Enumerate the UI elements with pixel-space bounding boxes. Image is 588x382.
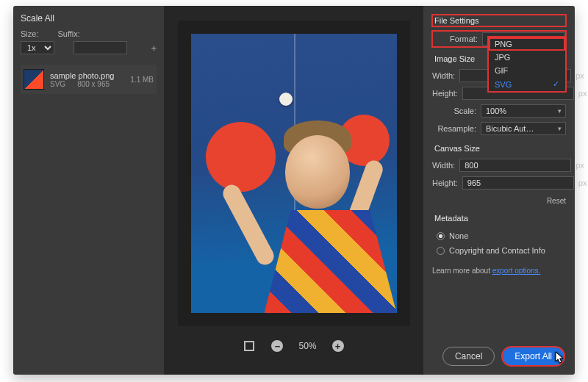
export-all-button[interactable]: Export All	[502, 347, 564, 366]
metadata-title: Metadata	[432, 212, 566, 224]
scale-select[interactable]: 100%	[481, 104, 566, 118]
scale-select[interactable]: 1x	[21, 41, 54, 54]
suffix-input[interactable]	[74, 41, 127, 54]
format-dropdown: PNG JPG GIF SVG✓	[488, 37, 566, 92]
resample-select[interactable]: Bicubic Aut…	[481, 122, 566, 135]
preview-panel: − 50% +	[164, 6, 423, 375]
canvas-height-label: Height:	[432, 179, 458, 187]
format-option-jpg[interactable]: JPG	[489, 51, 565, 64]
learn-more-text: Learn more about export options.	[432, 267, 566, 275]
radio-off-icon	[437, 247, 445, 255]
export-dialog: Scale All Size: Suffix: 1x + sample phot…	[13, 6, 575, 375]
file-settings-title: File Settings	[432, 15, 566, 26]
resample-label: Resample:	[432, 124, 476, 133]
file-thumbnail	[24, 69, 44, 90]
zoom-in-button[interactable]: +	[331, 339, 345, 353]
preview-box	[178, 21, 410, 326]
zoom-toolbar: − 50% +	[243, 339, 344, 353]
left-panel: Scale All Size: Suffix: 1x + sample phot…	[13, 6, 164, 375]
zoom-value: 50%	[298, 341, 316, 351]
export-options-link[interactable]: export options.	[492, 267, 541, 275]
file-size: 1.1 MB	[130, 76, 154, 84]
unit-px: px	[578, 89, 587, 98]
file-name: sample photo.png	[50, 71, 124, 80]
format-option-gif[interactable]: GIF	[489, 64, 565, 77]
width-label: Width:	[432, 71, 455, 80]
dialog-footer: Cancel Export All	[442, 347, 564, 366]
canvas-width-label: Width:	[432, 161, 455, 170]
preview-image	[191, 34, 397, 313]
check-icon: ✓	[553, 79, 559, 89]
canvas-width-input[interactable]	[459, 159, 571, 172]
add-scale-button[interactable]: +	[151, 43, 157, 54]
size-label: Size:	[21, 29, 38, 38]
format-option-svg[interactable]: SVG✓	[489, 77, 565, 91]
canvas-height-input[interactable]	[462, 176, 574, 190]
unit-px: px	[578, 179, 587, 187]
format-option-png[interactable]: PNG	[489, 37, 565, 51]
suffix-label: Suffix:	[57, 29, 79, 38]
height-label: Height:	[432, 89, 458, 98]
scale-all-title: Scale All	[21, 13, 157, 24]
file-dimensions: 800 x 965	[77, 80, 110, 88]
radio-on-icon	[437, 232, 445, 240]
metadata-none-radio[interactable]: None	[437, 231, 566, 240]
metadata-copyright-radio[interactable]: Copyright and Contact Info	[437, 246, 566, 255]
scale-label: Scale:	[432, 107, 476, 115]
cursor-icon	[555, 351, 565, 367]
unit-px: px	[576, 71, 584, 80]
cancel-button[interactable]: Cancel	[442, 347, 495, 366]
fit-screen-button[interactable]	[243, 339, 256, 353]
unit-px: px	[576, 161, 584, 170]
format-label: Format:	[434, 35, 478, 43]
right-panel: File Settings Format: SVG ▾ PNG JPG GIF …	[423, 6, 575, 375]
file-list-item[interactable]: sample photo.png SVG 800 x 965 1.1 MB	[21, 65, 157, 94]
file-format: SVG	[50, 80, 65, 88]
reset-link[interactable]: Reset	[432, 197, 566, 205]
canvas-size-title: Canvas Size	[432, 143, 566, 154]
zoom-out-button[interactable]: −	[270, 339, 284, 353]
